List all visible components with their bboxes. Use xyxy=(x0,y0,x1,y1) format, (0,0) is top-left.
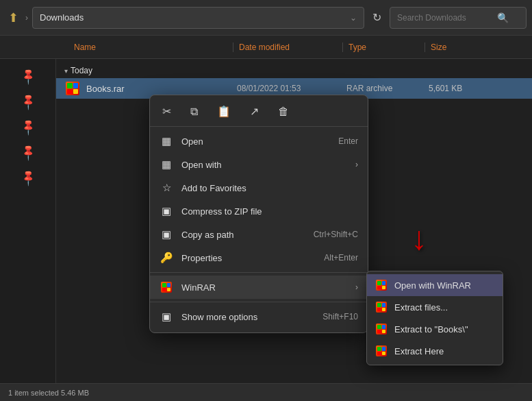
file-type: RAR archive xyxy=(346,84,429,93)
ctx-more-shortcut: Shift+F10 xyxy=(322,312,358,321)
group-label-today: ▾ Today xyxy=(56,63,532,78)
context-menu: ✂ ⧉ 📋 ↗ 🗑 ▦ Open Enter ▦ Open with › ☆ A… xyxy=(149,95,368,333)
ctx-item-open[interactable]: ▦ Open Enter xyxy=(150,130,368,153)
properties-icon: 🔑 xyxy=(160,251,173,265)
column-headers: Name Date modified Type Size xyxy=(0,36,532,59)
submenu-extract-files-label: Extract files... xyxy=(394,302,448,313)
paste-icon[interactable]: 📋 xyxy=(214,104,233,119)
ctx-item-open-with[interactable]: ▦ Open with › xyxy=(150,153,368,176)
ctx-item-compress-zip[interactable]: ▣ Compress to ZIP file xyxy=(150,199,368,223)
col-header-date[interactable]: Date modified xyxy=(233,42,342,52)
cut-icon[interactable]: ✂ xyxy=(160,104,174,119)
address-text: Downloads xyxy=(40,12,84,23)
status-text: 1 item selected 5.46 MB xyxy=(8,389,89,397)
context-menu-toolbar: ✂ ⧉ 📋 ↗ 🗑 xyxy=(150,99,368,127)
ctx-divider xyxy=(150,272,368,273)
ctx-favorites-label: Add to Favorites xyxy=(181,183,358,193)
rar-icon xyxy=(66,82,79,95)
submenu-extract-to-label: Extract to "Books\" xyxy=(394,324,468,335)
file-date: 08/01/2022 01:53 xyxy=(237,84,346,93)
status-bar: 1 item selected 5.46 MB xyxy=(0,383,532,401)
address-chevron-icon: ⌄ xyxy=(350,13,357,23)
copy-icon[interactable]: ⧉ xyxy=(188,104,201,119)
ctx-copy-path-label: Copy as path xyxy=(181,230,305,240)
ctx-open-with-label: Open with xyxy=(181,160,347,170)
winrar-icon xyxy=(160,280,173,294)
address-bar[interactable]: Downloads ⌄ xyxy=(32,7,364,29)
nav-up-icon[interactable]: ⬆ xyxy=(5,8,21,28)
ctx-winrar-label: WinRAR xyxy=(181,282,347,293)
breadcrumb-arrow: › xyxy=(25,13,28,23)
group-chevron-icon: ▾ xyxy=(64,67,68,75)
search-icon: 🔍 xyxy=(497,12,509,23)
compress-icon: ▣ xyxy=(160,204,173,218)
winrar-submenu: Open with WinRAR Extract files... Extrac… xyxy=(366,271,503,365)
ctx-properties-label: Properties xyxy=(181,253,316,263)
ctx-item-more-options[interactable]: ▣ Show more options Shift+F10 xyxy=(150,305,368,328)
search-bar[interactable]: 🔍 xyxy=(390,7,527,29)
col-header-size[interactable]: Size xyxy=(425,42,493,52)
ctx-item-winrar[interactable]: WinRAR › xyxy=(150,276,368,299)
file-size: 5,601 KB xyxy=(429,84,462,93)
open-with-icon: ▦ xyxy=(160,158,173,171)
file-icon xyxy=(64,80,81,97)
ctx-compress-label: Compress to ZIP file xyxy=(181,206,358,217)
ctx-open-with-arrow: › xyxy=(355,160,358,169)
submenu-extract-here-label: Extract Here xyxy=(394,346,444,356)
sidebar: 📌 📌 📌 📌 📌 xyxy=(0,59,56,383)
col-header-name[interactable]: Name xyxy=(68,42,233,52)
file-name: Books.rar xyxy=(86,84,237,94)
ctx-item-copy-path[interactable]: ▣ Copy as path Ctrl+Shift+C xyxy=(150,223,368,246)
submenu-item-extract-to[interactable]: Extract to "Books\" xyxy=(367,318,503,340)
title-bar: ⬆ › Downloads ⌄ ↻ 🔍 xyxy=(0,0,532,36)
ctx-winrar-arrow: › xyxy=(355,282,358,292)
group-label-text: Today xyxy=(71,66,92,75)
submenu-winrar-icon xyxy=(375,279,388,291)
open-icon: ▦ xyxy=(160,134,173,148)
favorites-icon: ☆ xyxy=(160,181,173,195)
submenu-extract-to-icon xyxy=(375,323,388,335)
share-icon[interactable]: ↗ xyxy=(247,104,262,119)
ctx-copy-path-shortcut: Ctrl+Shift+C xyxy=(314,230,358,239)
submenu-extract-here-icon xyxy=(375,345,388,357)
submenu-item-extract-here[interactable]: Extract Here xyxy=(367,340,503,362)
ctx-more-label: Show more options xyxy=(181,312,314,322)
more-options-icon: ▣ xyxy=(160,310,173,324)
submenu-extract-files-icon xyxy=(375,301,388,313)
search-input[interactable] xyxy=(397,13,493,23)
submenu-open-winrar-label: Open with WinRAR xyxy=(394,280,471,291)
delete-icon[interactable]: 🗑 xyxy=(275,104,292,119)
refresh-button[interactable]: ↻ xyxy=(368,8,385,27)
ctx-item-add-favorites[interactable]: ☆ Add to Favorites xyxy=(150,176,368,199)
submenu-item-extract-files[interactable]: Extract files... xyxy=(367,296,503,318)
col-header-type[interactable]: Type xyxy=(342,42,425,52)
ctx-item-properties[interactable]: 🔑 Properties Alt+Enter xyxy=(150,246,368,269)
submenu-item-open-winrar[interactable]: Open with WinRAR xyxy=(367,274,503,296)
ctx-properties-shortcut: Alt+Enter xyxy=(324,253,358,263)
ctx-open-shortcut: Enter xyxy=(338,136,358,146)
ctx-divider-2 xyxy=(150,302,368,302)
sidebar-pin-5[interactable]: 📌 xyxy=(12,162,43,193)
ctx-open-label: Open xyxy=(181,136,330,147)
copy-path-icon: ▣ xyxy=(160,228,173,241)
